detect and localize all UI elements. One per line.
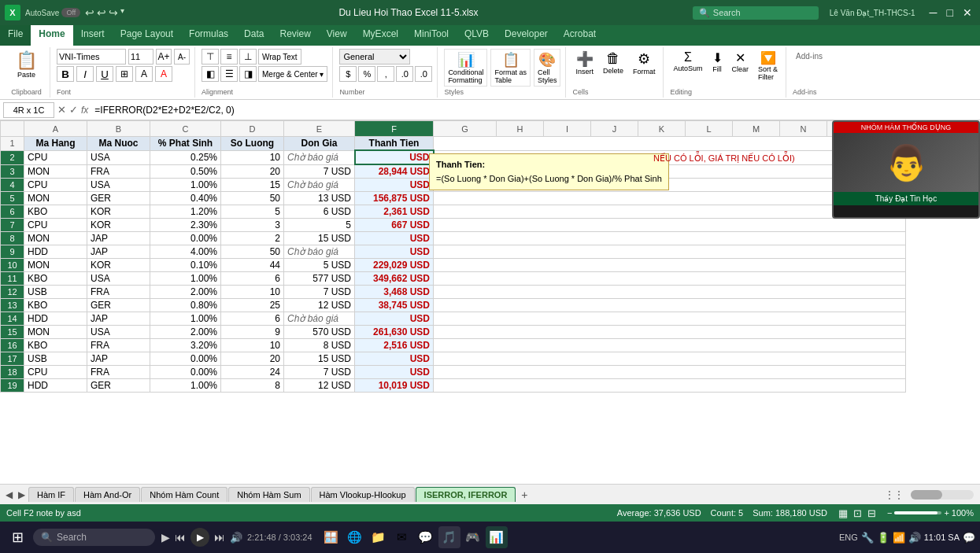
cell-a18[interactable]: CPU [24,366,87,379]
cell-c17[interactable]: 0.00% [150,352,221,366]
zoom-slider[interactable] [894,511,941,514]
tab-ham-vlookup[interactable]: Hàm Vlookup-Hlookup [311,487,415,502]
cell-b5[interactable]: GER [87,192,150,205]
cell-a6[interactable]: KBO [24,205,87,219]
cell-f8[interactable]: USD [355,232,434,245]
cell-e18[interactable]: 7 USD [284,366,355,379]
autosum-btn[interactable]: Σ AutoSum [670,49,705,83]
tab-home[interactable]: Home [31,25,72,46]
cell-c12[interactable]: 2.00% [150,286,221,299]
cell-c1[interactable]: % Phat Sinh [150,137,221,151]
notification-btn[interactable]: 💬 [963,532,975,544]
sort-filter-btn[interactable]: 🔽 Sort &Filter [755,49,781,83]
formula-confirm-icon[interactable]: ✓ [69,104,78,116]
tab-view[interactable]: View [319,25,355,46]
tab-nhom-ham-sum[interactable]: Nhóm Hàm Sum [228,487,309,502]
cell-c15[interactable]: 2.00% [150,326,221,339]
col-header-h[interactable]: H [497,121,544,137]
tab-nhom-ham-count[interactable]: Nhóm Hàm Count [141,487,227,502]
cell-b19[interactable]: GER [87,379,150,393]
clock-display[interactable]: 11:01 SA [924,533,960,542]
number-format-selector[interactable]: General Number Currency [339,49,410,65]
sheet-nav-right[interactable]: ▶ [16,489,28,500]
cell-e12[interactable]: 7 USD [284,286,355,299]
cell-b16[interactable]: FRA [87,339,150,352]
border-btn[interactable]: ⊞ [116,66,133,82]
cell-e6[interactable]: 6 USD [284,205,355,219]
cell-a17[interactable]: USB [24,352,87,366]
tray-icon-sound[interactable]: 🔊 [908,532,921,544]
fill-btn[interactable]: ⬇ Fill [709,49,726,83]
insert-cell-btn[interactable]: ➕ Insert [572,49,597,77]
tab-formulas[interactable]: Formulas [181,25,236,46]
decrease-font-btn[interactable]: A- [174,49,190,65]
cell-c5[interactable]: 0.40% [150,192,221,205]
col-header-m[interactable]: M [733,121,780,137]
cell-d4[interactable]: 15 [221,179,284,192]
cell-d9[interactable]: 50 [221,245,284,259]
cell-b14[interactable]: JAP [87,312,150,326]
dropdown-icon[interactable]: ▾ [120,6,124,19]
col-header-i[interactable]: I [544,121,591,137]
cell-a1[interactable]: Ma Hang [24,137,87,151]
clear-btn[interactable]: ✕ Clear [729,49,753,83]
cell-d14[interactable]: 6 [221,312,284,326]
cell-f12[interactable]: 3,468 USD [355,286,434,299]
col-header-c[interactable]: C [150,121,221,137]
cell-b2[interactable]: USA [87,150,150,164]
cell-b13[interactable]: GER [87,299,150,312]
cell-a19[interactable]: HDD [24,379,87,393]
cell-a9[interactable]: HDD [24,245,87,259]
cell-e4[interactable]: Chờ báo giá [284,179,355,192]
cell-c6[interactable]: 1.20% [150,205,221,219]
cell-d19[interactable]: 8 [221,379,284,393]
delete-cell-btn[interactable]: 🗑 Delete [600,49,627,77]
scrollbar-track[interactable] [911,490,974,500]
cell-d5[interactable]: 50 [221,192,284,205]
cell-d8[interactable]: 2 [221,232,284,245]
autosave-toggle[interactable]: AutoSave Off [25,8,80,17]
zoom-in-btn[interactable]: + [944,508,949,518]
col-header-j[interactable]: J [591,121,638,137]
cell-d11[interactable]: 6 [221,272,284,286]
increase-font-btn[interactable]: A+ [156,49,172,65]
cell-f2[interactable]: USD [355,150,434,164]
formula-input[interactable] [91,105,977,116]
cell-c10[interactable]: 0.10% [150,259,221,272]
bold-btn[interactable]: B [57,66,74,82]
taskbar-icon-mail[interactable]: ✉ [391,526,413,548]
cell-f15[interactable]: 261,630 USD [355,326,434,339]
tab-insert[interactable]: Insert [73,25,113,46]
cell-e5[interactable]: 13 USD [284,192,355,205]
cell-d1[interactable]: So Luong [221,137,284,151]
cell-d15[interactable]: 9 [221,326,284,339]
tab-iserror-iferror[interactable]: ISERROR, IFERROR [416,487,516,502]
cell-a5[interactable]: MON [24,192,87,205]
tab-myexcel[interactable]: MyExcel [355,25,406,46]
taskbar-icon-excel[interactable]: 📊 [486,526,508,548]
cell-f1[interactable]: Thanh Tien [355,137,434,151]
zoom-out-btn[interactable]: − [887,508,892,518]
cell-a7[interactable]: CPU [24,219,87,232]
percent-btn[interactable]: % [358,66,375,82]
decrease-decimal-btn[interactable]: .0 [415,66,432,82]
cell-b8[interactable]: JAP [87,232,150,245]
cell-d16[interactable]: 10 [221,339,284,352]
cell-a14[interactable]: HDD [24,312,87,326]
media-back-icon[interactable]: ⏮ [175,531,186,544]
format-as-table-btn[interactable]: 📋 Format asTable [490,49,531,87]
cell-b18[interactable]: FRA [87,366,150,379]
taskbar-icon-browser[interactable]: 🌐 [344,526,366,548]
cell-f14[interactable]: USD [355,312,434,326]
cell-f3[interactable]: 28,944 USD [355,164,434,179]
cell-c11[interactable]: 1.00% [150,272,221,286]
cell-b4[interactable]: USA [87,179,150,192]
col-header-d[interactable]: D [221,121,284,137]
cell-e8[interactable]: 15 USD [284,232,355,245]
cell-e9[interactable]: Chờ báo giá [284,245,355,259]
cell-e1[interactable]: Don Gia [284,137,355,151]
undo-icon[interactable]: ↩ [85,6,94,19]
cell-c18[interactable]: 0.00% [150,366,221,379]
comma-btn[interactable]: , [377,66,394,82]
align-center-btn[interactable]: ☰ [220,66,238,82]
